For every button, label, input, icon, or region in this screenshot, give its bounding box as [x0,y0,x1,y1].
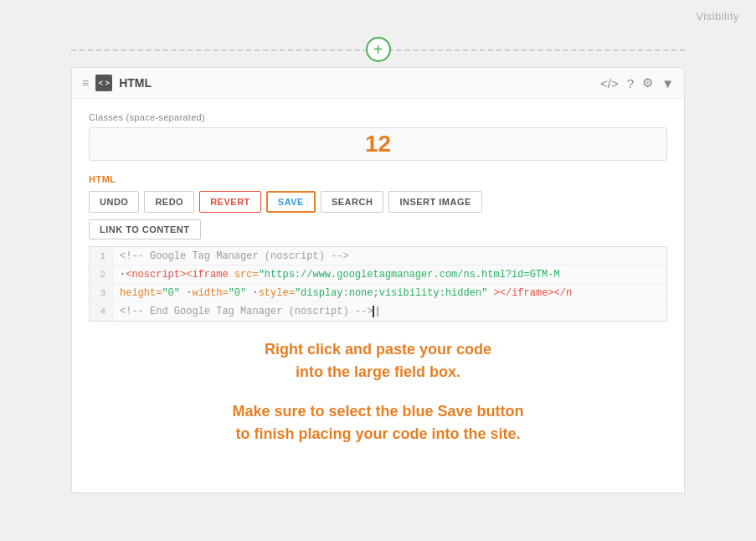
add-row: + [0,32,756,67]
code-content-4: <!-- End Google Tag Manager (noscript) -… [113,304,388,319]
code-line-2: 2 ·<noscript><iframe src="https://www.go… [90,265,666,284]
revert-button[interactable]: REVERT [199,191,261,213]
line-number-2: 2 [90,265,113,283]
html-block-icon: < > [95,75,112,91]
help-icon[interactable]: ? [627,76,634,90]
chevron-down-icon[interactable]: ▼ [661,76,674,90]
code-content-1: <!-- Google Tag Manager (noscript) --> [113,249,356,264]
widget-header-actions: </> ? ⚙ ▼ [600,75,674,90]
undo-button[interactable]: UNDO [89,191,139,213]
widget-body: Classes (space-separated) 12 HTML UNDO R… [72,99,684,476]
widget-title: HTML [119,76,600,90]
code-icon[interactable]: </> [600,76,619,90]
redo-button[interactable]: REDO [144,191,194,213]
html-widget: ≡ < > HTML </> ? ⚙ ▼ Classes (space-sepa… [71,67,685,493]
instruction-text-2: Make sure to select the blue Save button… [105,400,651,446]
line-number-4: 4 [90,302,113,321]
line-number-3: 3 [90,284,113,301]
code-content-2: ·<noscript><iframe src="https://www.goog… [113,267,567,282]
drag-icon[interactable]: ≡ [82,76,89,90]
editor-toolbar-row2: LINK TO CONTENT [89,219,667,240]
add-block-button[interactable]: + [366,37,391,62]
top-bar: Visibility [0,0,756,32]
html-section-label: HTML [89,174,667,184]
code-line-4: 4 <!-- End Google Tag Manager (noscript)… [90,302,666,321]
line-number-1: 1 [90,247,113,265]
widget-header: ≡ < > HTML </> ? ⚙ ▼ [72,68,684,99]
classes-input[interactable]: 12 [89,127,667,161]
visibility-label: Visibility [696,10,739,23]
code-line-1: 1 <!-- Google Tag Manager (noscript) --> [90,247,666,265]
code-editor[interactable]: 1 <!-- Google Tag Manager (noscript) -->… [89,246,667,322]
search-button[interactable]: SEARCH [321,191,383,213]
code-line-3: 3 height="0" ·width="0" ·style="display:… [90,284,666,302]
classes-label: Classes (space-separated) [89,112,667,122]
instructions: Right click and paste your code into the… [89,338,667,446]
instruction-text-1: Right click and paste your code into the… [105,338,651,384]
link-to-content-button[interactable]: LINK TO CONTENT [89,219,201,240]
settings-icon[interactable]: ⚙ [642,75,653,90]
code-content-3: height="0" ·width="0" ·style="display:no… [113,286,579,301]
editor-toolbar: UNDO REDO REVERT SAVE SEARCH INSERT IMAG… [89,191,667,213]
insert-image-button[interactable]: INSERT IMAGE [388,191,481,213]
save-button[interactable]: SAVE [266,191,316,213]
